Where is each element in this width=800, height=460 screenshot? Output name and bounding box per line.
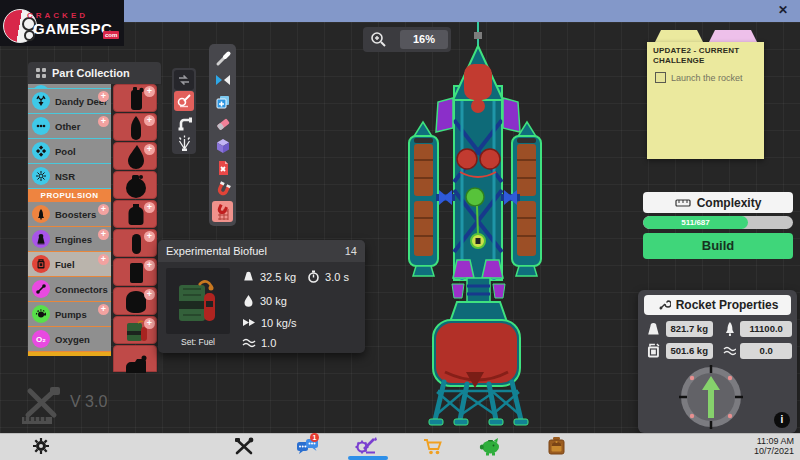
sidebar-item-other[interactable]: Other +: [28, 114, 111, 139]
sidebar-item-connectors[interactable]: Connectors: [28, 277, 111, 302]
build-button[interactable]: Build: [643, 233, 793, 259]
eraser-icon[interactable]: [212, 113, 233, 134]
add-part-button[interactable]: +: [144, 231, 155, 242]
add-part-button[interactable]: +: [144, 202, 155, 213]
complexity-panel: Complexity 511/687 Build: [643, 192, 793, 259]
brush-icon[interactable]: [212, 47, 233, 68]
duplicate-icon[interactable]: [212, 91, 233, 112]
shop-building-icon[interactable]: [547, 436, 566, 460]
clock-time: 11:09 AM: [754, 436, 794, 446]
part-tile-biofuel[interactable]: +: [113, 316, 157, 344]
rocket-properties-panel: Rocket Properties 821.7 kg 11100.0 501.6…: [638, 290, 797, 433]
diamond-grid-icon: [32, 142, 50, 160]
part-tooltip: Experimental Biofuel 14 Set: Fuel 32.5 k…: [158, 240, 365, 353]
challenge-checkbox[interactable]: [655, 72, 666, 83]
sidebar-item-boosters[interactable]: Boosters +: [28, 202, 111, 227]
version-label: V 3.0: [70, 393, 107, 411]
add-part-button[interactable]: +: [144, 318, 155, 329]
watermark-line1: CRACKED: [27, 11, 88, 20]
add-part-button[interactable]: +: [98, 116, 109, 127]
sidebar-item-dandy-deer[interactable]: Dandy Deer +: [28, 89, 111, 114]
booster-rocket-icon: [32, 205, 50, 223]
pipe-icon[interactable]: [174, 112, 194, 132]
tools-version-icon: [20, 385, 66, 427]
part-count: 14: [345, 245, 357, 257]
part-name: Experimental Biofuel: [166, 245, 267, 257]
sidebar-scroll-edge: [28, 352, 111, 356]
flip-icon[interactable]: [174, 70, 194, 90]
truss-braces: [437, 391, 519, 414]
cart-icon[interactable]: [423, 437, 443, 460]
piggy-bank-icon[interactable]: [479, 437, 501, 460]
part-flow-rate: 10 kg/s: [261, 317, 296, 329]
rocket-properties-header: Rocket Properties: [644, 295, 791, 315]
challenge-task-row: Launch the rocket: [655, 72, 764, 83]
part-burn-time: 3.0 s: [325, 271, 349, 283]
sidebar-item-nsr[interactable]: NSR: [28, 164, 111, 189]
part-tile-rect-tank[interactable]: +: [113, 258, 157, 286]
add-part-button[interactable]: +: [144, 260, 155, 271]
info-button[interactable]: i: [774, 412, 790, 428]
clock-date: 10/7/2021: [754, 446, 794, 456]
part-tile-canister[interactable]: +: [113, 84, 157, 112]
total-mass-icon: [645, 321, 662, 337]
complexity-progress-bar: 511/687: [643, 216, 793, 229]
add-part-button[interactable]: +: [144, 289, 155, 300]
zoom-indicator[interactable]: 16%: [363, 27, 451, 52]
add-part-button[interactable]: +: [98, 304, 109, 315]
pump-icon: [32, 305, 50, 323]
fuel-can-icon: [32, 255, 50, 273]
version-watermark: V 3.0: [20, 385, 107, 427]
part-tile-pointed-tank[interactable]: +: [113, 113, 157, 141]
part-tile-big-tank[interactable]: +: [113, 287, 157, 315]
fuel-drop-icon: [242, 294, 255, 307]
part-tile-bottle[interactable]: +: [113, 200, 157, 228]
mirror-icon[interactable]: [212, 69, 233, 90]
settings-gear-icon[interactable]: [32, 437, 50, 459]
fuel-mass-icon: [645, 343, 662, 359]
add-part-button[interactable]: +: [98, 254, 109, 265]
part-set-caption: Set: Fuel: [166, 337, 230, 347]
chat-icon[interactable]: 1: [296, 437, 320, 459]
rocket-canvas[interactable]: [390, 20, 560, 435]
close-button[interactable]: ✕: [778, 3, 788, 17]
delete-file-icon[interactable]: [212, 157, 233, 178]
add-part-button[interactable]: +: [144, 144, 155, 155]
sidebar-item-fuel[interactable]: Fuel +: [28, 252, 111, 277]
watermark-line2: GAMESPC: [33, 20, 112, 37]
connector-icon: [32, 280, 50, 298]
side-booster-left: [409, 122, 438, 276]
section-header-propulsion: PROPULSION: [28, 189, 111, 202]
toolbar-secondary: [172, 68, 196, 154]
add-part-button[interactable]: +: [98, 229, 109, 240]
sprinkler-icon[interactable]: [174, 133, 194, 153]
crossed-tools-icon[interactable]: [234, 437, 254, 460]
part-tile-teardrop[interactable]: +: [113, 142, 157, 170]
cube-icon[interactable]: [212, 135, 233, 156]
complexity-progress-fill: 511/687: [643, 216, 748, 229]
wrench-rocket-icon: [657, 298, 671, 312]
fuel-mass-value: 501.6 kg: [666, 343, 713, 359]
collection-grid-icon: [36, 68, 46, 78]
part-tile-capsule[interactable]: +: [113, 229, 157, 257]
add-part-button[interactable]: +: [144, 115, 155, 126]
sidebar-item-pool[interactable]: Pool: [28, 139, 111, 164]
torque-icon: [723, 343, 737, 359]
sidebar-item-engines[interactable]: Engines +: [28, 227, 111, 252]
part-preview: [166, 268, 230, 334]
deer-icon: [32, 92, 50, 110]
ruler-icon: [675, 197, 691, 209]
snap-magnet-icon[interactable]: [212, 201, 233, 222]
add-part-button[interactable]: +: [98, 91, 109, 102]
add-part-button[interactable]: +: [144, 86, 155, 97]
sidebar-item-pumps[interactable]: Pumps +: [28, 302, 111, 327]
challenge-task-label: Launch the rocket: [671, 73, 743, 83]
edit-mode-icon[interactable]: [174, 91, 194, 111]
zoom-value: 16%: [400, 30, 448, 49]
part-tile-round-tank[interactable]: [113, 171, 157, 199]
sidebar-item-oxygen[interactable]: O₂ Oxygen: [28, 327, 111, 352]
magnet-icon[interactable]: [212, 179, 233, 200]
mass-icon: [242, 270, 255, 283]
add-part-button[interactable]: +: [98, 204, 109, 215]
part-tile-partial[interactable]: [113, 345, 157, 372]
